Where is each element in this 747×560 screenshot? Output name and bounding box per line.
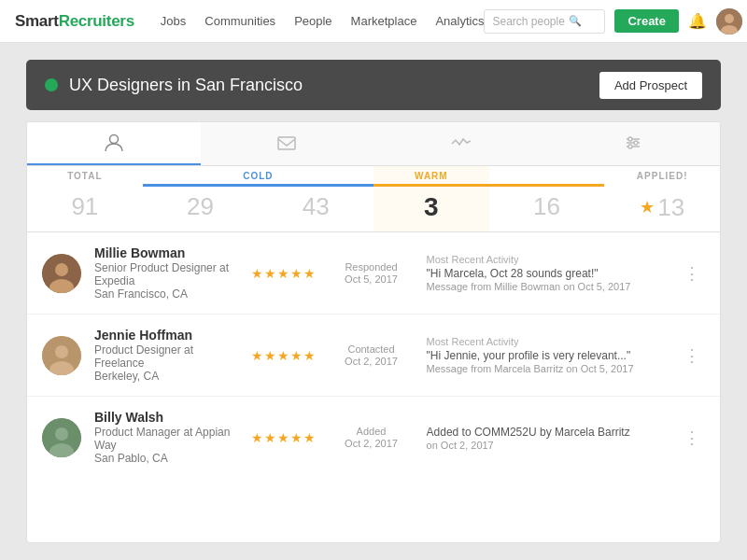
candidate-info: Jennie Hoffman Product Designer at Freel… [94, 328, 238, 383]
msg-label: Most Recent Activity [427, 336, 667, 347]
svg-point-10 [628, 145, 632, 148]
job-title: UX Designers in San Francisco [69, 76, 303, 95]
svg-point-12 [55, 263, 68, 276]
nav-analytics[interactable]: Analytics [435, 14, 484, 28]
star-4: ★ [290, 348, 303, 363]
table-row: Millie Bowman Senior Product Designer at… [27, 232, 720, 315]
search-icon: 🔍 [569, 15, 582, 27]
star-1: ★ [251, 430, 263, 445]
star-2: ★ [264, 348, 276, 363]
nav-right: Search people 🔍 Create 🔔 ▼ [484, 8, 747, 35]
msg-source: Message from Millie Bowman on Oct 5, 201… [427, 281, 667, 292]
stat-total: 91 [27, 187, 143, 231]
activity-date: Oct 2, 2017 [329, 356, 413, 367]
top-navigation: SmartRecruiters Jobs Communities People … [0, 0, 747, 43]
avatar [42, 418, 81, 457]
settings-icon [623, 133, 643, 153]
stats-labels: TOTAL COLD WARM APPLIED! [27, 166, 720, 187]
total-label: TOTAL [27, 166, 143, 187]
table-row: Jennie Hoffman Product Designer at Freel… [27, 315, 720, 397]
msg-quote: "Hi Jennie, your profile is very relevan… [427, 349, 667, 362]
candidate-message: Added to COMM252U by Marcela Barritz on … [427, 424, 667, 451]
star-5: ★ [303, 348, 316, 363]
tab-messages[interactable] [201, 122, 374, 165]
svg-point-1 [725, 14, 734, 23]
activity-icon [450, 133, 471, 153]
svg-point-18 [55, 427, 68, 441]
candidate-message: Most Recent Activity "Hi Marcela, Oct 28… [427, 254, 667, 292]
user-avatar[interactable] [716, 8, 742, 35]
svg-point-8 [628, 137, 632, 141]
msg-source: Message from Marcela Barritz on Oct 5, 2… [427, 363, 667, 374]
table-row: Billy Walsh Product Manager at Appian Wa… [27, 397, 720, 478]
svg-point-15 [55, 345, 68, 358]
status-dot [45, 78, 58, 91]
candidate-menu-button[interactable]: ⋮ [680, 345, 705, 366]
main-content: UX Designers in San Francisco Add Prospe… [0, 43, 747, 560]
candidates-panel: TOTAL COLD WARM APPLIED! 91 29 43 3 16 ★… [26, 121, 721, 543]
stat-cold-2: 43 [258, 187, 374, 231]
star-1: ★ [251, 348, 263, 363]
svg-point-3 [109, 135, 118, 144]
logo: SmartRecruiters [15, 12, 134, 31]
candidate-location: San Francisco, CA [94, 287, 238, 301]
candidate-stars: ★ ★ ★ ★ ★ [251, 348, 316, 363]
applied-value: 13 [657, 193, 684, 222]
activity-date: Oct 5, 2017 [329, 273, 413, 285]
tab-people[interactable] [27, 122, 201, 165]
candidate-list: Millie Bowman Senior Product Designer at… [27, 232, 720, 542]
activity-status: Added [329, 426, 413, 437]
candidate-title: Product Manager at Appian Way [94, 426, 238, 452]
candidate-name: Billy Walsh [94, 410, 238, 425]
tabs-row [27, 122, 720, 166]
notification-icon[interactable]: 🔔 [688, 12, 707, 30]
search-box[interactable]: Search people 🔍 [484, 9, 605, 34]
stat-warm-active: 3 [374, 187, 489, 231]
nav-jobs[interactable]: Jobs [161, 14, 186, 28]
stat-warm-other: 16 [489, 187, 605, 231]
nav-people[interactable]: People [294, 14, 331, 28]
star-1: ★ [251, 266, 263, 281]
star-5: ★ [303, 266, 316, 281]
nav-marketplace[interactable]: Marketplace [351, 14, 417, 28]
tab-settings[interactable] [547, 122, 721, 165]
job-banner: UX Designers in San Francisco Add Prospe… [26, 60, 721, 110]
candidate-menu-button[interactable]: ⋮ [680, 263, 705, 284]
stats-section: TOTAL COLD WARM APPLIED! 91 29 43 3 16 ★… [27, 166, 720, 232]
tab-activity[interactable] [374, 122, 547, 165]
candidate-activity: Responded Oct 5, 2017 [329, 261, 413, 285]
candidate-info: Millie Bowman Senior Product Designer at… [94, 245, 238, 301]
nav-communities[interactable]: Communities [204, 14, 275, 28]
star-icon: ★ [640, 197, 655, 217]
activity-status: Responded [329, 261, 413, 273]
candidate-message: Most Recent Activity "Hi Jennie, your pr… [427, 336, 667, 374]
star-3: ★ [277, 348, 289, 363]
warm-label-active: WARM [374, 166, 489, 187]
avatar [42, 254, 81, 293]
warm-extra [489, 166, 605, 187]
applied-label: APPLIED! [604, 166, 720, 187]
create-button[interactable]: Create [614, 9, 678, 33]
candidate-stars: ★ ★ ★ ★ ★ [251, 430, 316, 445]
add-prospect-button[interactable]: Add Prospect [599, 72, 702, 99]
candidate-stars: ★ ★ ★ ★ ★ [251, 266, 316, 281]
messages-icon [276, 133, 297, 153]
svg-rect-4 [278, 137, 295, 149]
candidate-title: Product Designer at Freelance [94, 343, 238, 370]
star-3: ★ [277, 430, 289, 445]
banner-left: UX Designers in San Francisco [45, 76, 303, 95]
candidate-activity: Added Oct 2, 2017 [329, 426, 413, 449]
candidate-menu-button[interactable]: ⋮ [680, 427, 705, 448]
stats-numbers: 91 29 43 3 16 ★ 13 [27, 187, 720, 231]
star-4: ★ [290, 266, 303, 281]
msg-quote: Added to COMM252U by Marcela Barritz [427, 426, 667, 439]
svg-point-9 [634, 141, 638, 145]
stat-applied: ★ 13 [604, 187, 720, 231]
star-5: ★ [303, 430, 316, 445]
candidate-activity: Contacted Oct 2, 2017 [329, 343, 413, 367]
logo-recruiters: Recruiters [59, 12, 134, 30]
star-3: ★ [277, 266, 289, 281]
cold-label: COLD [143, 166, 374, 187]
candidate-location: Berkeley, CA [94, 370, 238, 383]
avatar [42, 336, 81, 375]
